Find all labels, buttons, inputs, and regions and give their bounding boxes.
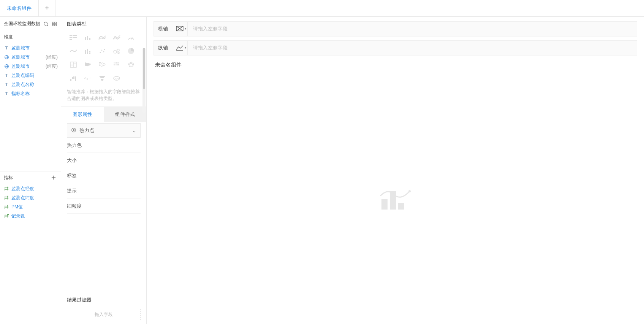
- chart-type-funnel[interactable]: [96, 72, 109, 84]
- svg-rect-45: [89, 52, 90, 54]
- chart-type-hint: 智能推荐：根据拖入的字段智能推荐合适的图表或表格类型。: [61, 84, 146, 106]
- svg-rect-62: [114, 64, 115, 65]
- chart-type-more[interactable]: [125, 72, 138, 84]
- mark-type-label: 热力点: [79, 127, 94, 134]
- svg-marker-66: [130, 63, 133, 66]
- datasource-switch-icon[interactable]: [50, 20, 59, 28]
- dimensions-header: 维度: [0, 31, 61, 43]
- prop-tooltip[interactable]: 提示: [67, 183, 141, 199]
- chart-type-map-point[interactable]: [96, 59, 109, 71]
- x-axis-label: 横轴: [154, 25, 172, 32]
- measure-item[interactable]: 监测点纬度: [0, 193, 61, 202]
- svg-line-26: [5, 214, 5, 218]
- chart-type-scatter[interactable]: [96, 45, 109, 57]
- scrollbar-thumb[interactable]: [143, 48, 145, 89]
- svg-point-47: [101, 50, 103, 51]
- chart-type-kpi[interactable]: 42%: [110, 72, 123, 84]
- chart-type-waterfall[interactable]: [67, 72, 80, 84]
- dimension-item[interactable]: 监测城市 (经度): [0, 52, 61, 62]
- dimension-name: 指标名称: [11, 91, 58, 97]
- y-axis-type-button[interactable]: ▾: [172, 45, 187, 51]
- add-measure-button[interactable]: [49, 173, 58, 182]
- globe-icon: [4, 64, 9, 69]
- tab-component-style[interactable]: 组件样式: [104, 107, 146, 122]
- svg-rect-84: [381, 199, 388, 210]
- field-panel: 全国环境监测数据 维度 T 监测城市 监测城: [0, 17, 61, 324]
- svg-rect-38: [89, 38, 90, 40]
- dimension-item[interactable]: T 监测点名称: [0, 80, 61, 89]
- chart-type-column[interactable]: [81, 31, 94, 43]
- svg-rect-70: [75, 76, 76, 81]
- chart-type-treemap[interactable]: [67, 59, 80, 71]
- component-title[interactable]: 未命名组件: [153, 59, 637, 68]
- dimension-suffix: (纬度): [46, 63, 58, 70]
- number-type-icon: [4, 204, 9, 210]
- chart-type-multi-line[interactable]: [96, 31, 109, 43]
- text-type-icon: T: [4, 45, 9, 51]
- filter-dropzone[interactable]: 拖入字段: [67, 309, 141, 320]
- dimensions-section: 维度 T 监测城市 监测城市 (经度) 监: [0, 31, 61, 172]
- mark-type-dropdown[interactable]: 热力点 ⌄: [67, 123, 141, 138]
- svg-rect-68: [72, 77, 73, 79]
- y-axis-dropzone[interactable]: 请拖入左侧字段: [187, 41, 637, 55]
- chart-type-bubble[interactable]: [110, 45, 123, 57]
- chart-type-grouped-table[interactable]: [67, 31, 80, 43]
- chart-type-line[interactable]: [67, 45, 80, 57]
- svg-rect-61: [117, 62, 119, 64]
- chart-type-grid: ABC 42%: [67, 31, 146, 84]
- svg-line-14: [5, 187, 5, 191]
- svg-rect-31: [70, 35, 72, 36]
- y-axis-row: 纵轴 ▾ 请拖入左侧字段: [153, 40, 637, 56]
- svg-rect-4: [52, 24, 54, 25]
- chart-type-map-region[interactable]: [81, 59, 94, 71]
- prop-heat-color[interactable]: 热力色: [67, 138, 141, 153]
- tab-add-button[interactable]: +: [39, 0, 55, 17]
- svg-point-30: [8, 214, 9, 215]
- chart-type-wordcloud[interactable]: ABC: [81, 72, 94, 84]
- chart-type-stacked-bar[interactable]: [81, 45, 94, 57]
- svg-point-58: [103, 65, 103, 65]
- prop-size[interactable]: 大小: [67, 153, 141, 168]
- svg-rect-36: [85, 37, 86, 40]
- measure-item[interactable]: 记录数: [0, 211, 61, 221]
- chart-type-heatmap[interactable]: [110, 59, 123, 71]
- top-tabbar: 未命名组件 +: [0, 0, 644, 17]
- tab-active[interactable]: 未命名组件: [0, 0, 39, 17]
- dimension-name: 监测点名称: [11, 81, 58, 88]
- dimension-name: 监测点编码: [11, 72, 58, 79]
- chevron-down-icon: ⌄: [132, 128, 136, 133]
- filter-header: 结果过滤器: [67, 297, 141, 303]
- svg-rect-44: [89, 51, 90, 52]
- graphic-property-list: 热力色 大小 标签 提示 细粒度: [61, 138, 146, 214]
- chart-grid-scrollbar[interactable]: [142, 48, 146, 113]
- svg-line-18: [5, 196, 5, 200]
- x-axis-row: 横轴 ▾ 请拖入左侧字段: [153, 21, 637, 37]
- dimension-item[interactable]: 监测城市 (纬度): [0, 62, 61, 71]
- tab-graphic-props[interactable]: 图形属性: [61, 107, 104, 122]
- measure-item[interactable]: PM值: [0, 202, 61, 211]
- svg-point-46: [100, 52, 101, 53]
- svg-rect-5: [55, 24, 56, 25]
- dimension-item[interactable]: T 监测城市: [0, 43, 61, 52]
- chart-type-area-range[interactable]: [110, 31, 123, 43]
- prop-label[interactable]: 标签: [67, 168, 141, 183]
- measures-header-label: 指标: [4, 175, 13, 181]
- svg-rect-42: [87, 49, 88, 51]
- dimension-item[interactable]: T 指标名称: [0, 89, 61, 98]
- canvas-panel: 横轴 ▾ 请拖入左侧字段 纵轴 ▾ 请拖入左侧字段 未命名组件: [147, 17, 644, 324]
- x-axis-dropzone[interactable]: 请拖入左侧字段: [187, 22, 637, 36]
- svg-rect-69: [73, 76, 74, 79]
- chart-type-gauge[interactable]: [125, 31, 138, 43]
- measure-item[interactable]: 监测点经度: [0, 184, 61, 193]
- svg-rect-32: [73, 35, 77, 36]
- svg-rect-63: [116, 64, 117, 65]
- search-icon[interactable]: [42, 20, 50, 28]
- chart-type-pie[interactable]: [125, 45, 138, 57]
- prop-granularity[interactable]: 细粒度: [67, 199, 141, 214]
- svg-point-52: [118, 52, 119, 54]
- chart-canvas: [153, 72, 637, 324]
- chart-type-radar[interactable]: [125, 59, 138, 71]
- measures-section: 指标 监测点经度 监测点纬度: [0, 172, 61, 324]
- x-axis-type-button[interactable]: ▾: [172, 26, 187, 32]
- dimension-item[interactable]: T 监测点编码: [0, 71, 61, 80]
